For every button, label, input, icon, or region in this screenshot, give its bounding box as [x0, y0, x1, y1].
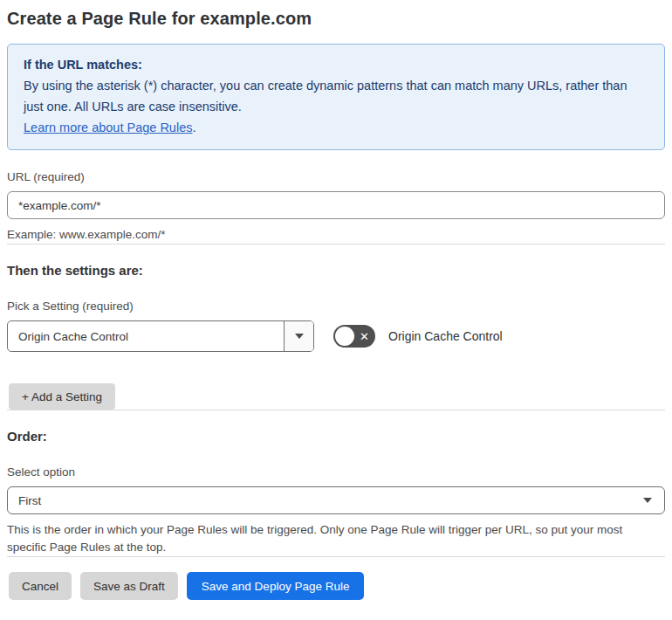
settings-section-heading: Then the settings are: — [7, 263, 665, 278]
info-box-body: By using the asterisk (*) character, you… — [24, 75, 648, 117]
order-select[interactable]: First — [7, 486, 665, 514]
info-box-heading: If the URL matches: — [24, 54, 648, 75]
chevron-down-icon — [643, 498, 652, 503]
url-match-info-box: If the URL matches: By using the asteris… — [7, 44, 665, 150]
select-option-label: Select option — [7, 465, 665, 479]
link-suffix: . — [192, 121, 195, 134]
chevron-down-icon — [295, 334, 304, 339]
setting-row: Origin Cache Control ✕ Origin Cache Cont… — [7, 320, 665, 352]
setting-dropdown-value: Origin Cache Control — [8, 321, 284, 351]
save-as-draft-button[interactable]: Save as Draft — [80, 572, 178, 600]
origin-cache-control-toggle[interactable]: ✕ — [333, 325, 375, 348]
toggle-off-x-icon: ✕ — [360, 325, 369, 348]
page-title: Create a Page Rule for example.com — [7, 9, 665, 29]
url-input[interactable] — [7, 191, 665, 219]
setting-dropdown-arrow-button[interactable] — [284, 321, 313, 351]
url-example-helper: Example: www.example.com/* — [7, 226, 665, 244]
add-setting-button[interactable]: + Add a Setting — [9, 383, 115, 410]
toggle-knob — [335, 327, 354, 346]
cancel-button[interactable]: Cancel — [9, 572, 72, 600]
info-box-link-row: Learn more about Page Rules. — [24, 117, 648, 138]
footer-actions: Cancel Save as Draft Save and Deploy Pag… — [7, 572, 665, 600]
order-section-heading: Order: — [7, 429, 665, 444]
order-helper-text: This is the order in which your Page Rul… — [7, 521, 660, 556]
toggle-label: Origin Cache Control — [388, 329, 503, 343]
order-select-value: First — [18, 494, 643, 507]
save-and-deploy-button[interactable]: Save and Deploy Page Rule — [187, 572, 365, 600]
divider — [7, 244, 665, 245]
page-rule-form: Create a Page Rule for example.com If th… — [0, 0, 672, 600]
url-field-label: URL (required) — [7, 170, 665, 183]
setting-dropdown[interactable]: Origin Cache Control — [7, 320, 314, 352]
divider — [7, 410, 665, 410]
learn-more-link[interactable]: Learn more about Page Rules — [24, 121, 192, 134]
pick-setting-label: Pick a Setting (required) — [7, 300, 665, 313]
divider — [7, 556, 665, 557]
